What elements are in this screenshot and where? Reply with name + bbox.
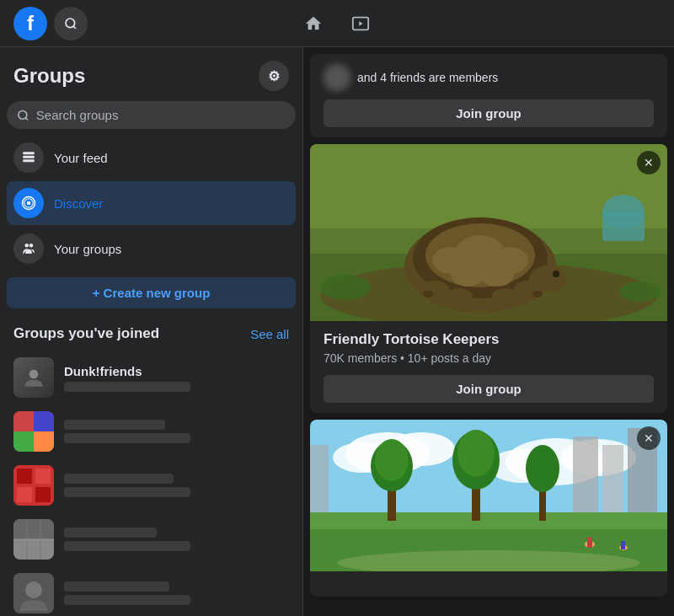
list-item[interactable] <box>7 406 296 457</box>
card-body: Friendly Tortoise Keepers 70K members • … <box>310 321 667 413</box>
svg-rect-79 <box>621 541 625 549</box>
svg-rect-62 <box>573 437 598 512</box>
list-item[interactable] <box>7 460 296 511</box>
top-nav: f <box>0 0 674 47</box>
see-all-link[interactable]: See all <box>250 327 289 341</box>
close-button[interactable]: ✕ <box>637 151 661 174</box>
group-info: Dunk!friends <box>64 364 289 392</box>
search-bar[interactable] <box>7 101 296 129</box>
svg-point-54 <box>619 281 661 302</box>
sidebar-item-your-feed[interactable]: Your feed <box>7 136 296 179</box>
list-item[interactable] <box>7 568 296 616</box>
home-nav-button[interactable] <box>293 3 334 44</box>
svg-line-1 <box>73 26 76 29</box>
svg-rect-52 <box>602 212 645 241</box>
group-thumbnail <box>13 465 54 506</box>
main-content: and 4 friends are members Join group <box>303 47 674 616</box>
close-icon: ✕ <box>644 156 654 169</box>
your-groups-label: Your groups <box>54 242 121 256</box>
group-name-blur <box>64 581 169 592</box>
list-item[interactable] <box>7 514 296 565</box>
your-feed-icon <box>13 142 44 173</box>
svg-point-41 <box>451 263 484 287</box>
svg-rect-6 <box>23 152 35 154</box>
join-group-button[interactable]: Join group <box>324 99 654 127</box>
svg-rect-65 <box>310 445 329 512</box>
discover-label: Discover <box>54 196 103 211</box>
watch-nav-button[interactable] <box>340 3 381 44</box>
svg-point-50 <box>532 291 543 297</box>
svg-rect-21 <box>35 469 51 484</box>
svg-point-70 <box>375 439 409 481</box>
sidebar-header: Groups ⚙ <box>7 61 296 91</box>
joined-title: Groups you've joined <box>13 325 159 342</box>
group-sub <box>64 541 190 551</box>
your-feed-label: Your feed <box>54 151 108 165</box>
group-thumbnail <box>13 519 54 560</box>
group-sub <box>64 487 190 497</box>
search-icon <box>17 109 29 122</box>
nav-center <box>293 3 381 44</box>
svg-rect-18 <box>34 431 54 452</box>
list-item[interactable]: Dunk!friends <box>7 352 296 403</box>
close-button[interactable]: ✕ <box>637 426 661 450</box>
park-image <box>310 420 667 571</box>
svg-rect-7 <box>23 156 35 158</box>
card-image: ✕ <box>310 144 667 321</box>
group-name-blur <box>64 474 174 484</box>
group-card-meta: 70K members • 10+ posts a day <box>324 351 654 365</box>
svg-rect-15 <box>13 411 34 431</box>
group-info <box>64 420 289 443</box>
join-group-button[interactable]: Join group <box>324 375 654 403</box>
search-input[interactable] <box>36 108 286 122</box>
svg-point-10 <box>27 201 31 206</box>
group-info <box>64 528 289 551</box>
group-info <box>64 474 289 497</box>
sidebar: Groups ⚙ Your feed <box>0 47 303 616</box>
svg-point-14 <box>29 370 39 379</box>
app-layout: Groups ⚙ Your feed <box>0 47 674 616</box>
svg-point-0 <box>66 19 75 28</box>
group-thumbnail <box>13 573 54 613</box>
group-sub <box>64 433 190 443</box>
close-icon: ✕ <box>644 431 654 445</box>
svg-point-13 <box>29 244 34 248</box>
discover-icon <box>13 188 44 218</box>
svg-point-53 <box>320 275 371 300</box>
card-image: ✕ <box>310 420 667 597</box>
tortoise-image <box>310 144 667 321</box>
search-button[interactable] <box>54 7 88 40</box>
svg-point-42 <box>480 263 514 287</box>
sidebar-item-your-groups[interactable]: Your groups <box>7 227 296 271</box>
park-group-card: ✕ <box>310 420 667 597</box>
card-top: and 4 friends are members Join group <box>310 54 667 137</box>
svg-point-75 <box>526 445 559 492</box>
group-thumbnail <box>13 411 54 452</box>
settings-button[interactable]: ⚙ <box>259 61 289 91</box>
group-sub <box>64 382 190 392</box>
create-group-button[interactable]: + Create new group <box>7 277 296 308</box>
group-card-name: Friendly Tortoise Keepers <box>324 331 654 348</box>
friends-text: and 4 friends are members <box>324 64 654 91</box>
svg-point-73 <box>457 430 495 477</box>
joined-section-header: Groups you've joined See all <box>7 322 296 345</box>
sidebar-item-discover[interactable]: Discover <box>7 181 296 225</box>
svg-rect-8 <box>23 159 35 162</box>
svg-rect-24 <box>13 519 54 539</box>
facebook-logo: f <box>13 7 47 40</box>
svg-rect-23 <box>35 487 51 502</box>
svg-line-5 <box>25 117 28 120</box>
group-name-blur <box>64 420 165 430</box>
group-thumbnail <box>13 357 54 398</box>
tortoise-group-card: ✕ Friendly Tortoise Keepers 70K members … <box>310 144 667 413</box>
group-sub <box>64 595 190 605</box>
avatar <box>324 64 350 91</box>
svg-rect-22 <box>17 487 32 502</box>
svg-rect-17 <box>13 431 34 452</box>
svg-point-46 <box>446 288 473 303</box>
svg-point-4 <box>19 110 27 119</box>
gear-icon: ⚙ <box>268 68 280 84</box>
your-groups-icon <box>13 233 44 264</box>
group-name: Dunk!friends <box>64 364 289 378</box>
group-name-blur <box>64 528 157 538</box>
